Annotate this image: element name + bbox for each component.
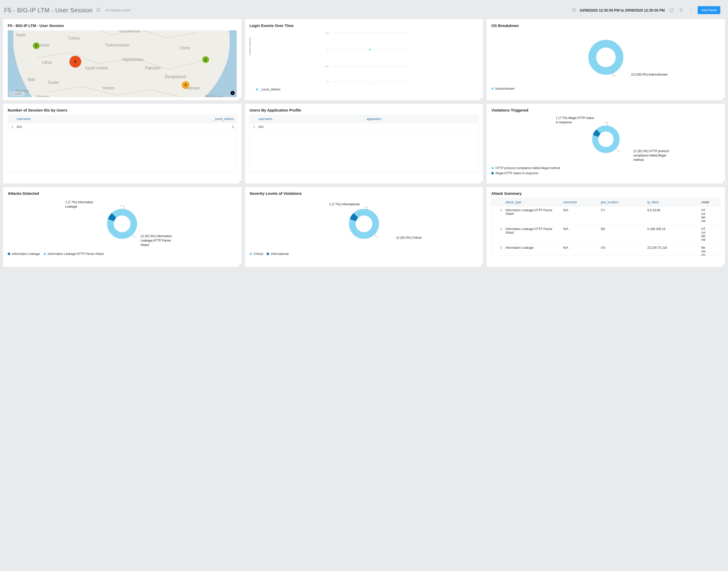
svg-text:Sudan: Sudan: [48, 80, 60, 85]
legend-item[interactable]: Informational: [267, 252, 288, 256]
filter-icon[interactable]: [678, 7, 684, 13]
legend-item[interactable]: Information Leakage: [8, 252, 40, 256]
svg-text:0.5: 0.5: [325, 65, 328, 68]
svg-point-2: [691, 10, 691, 10]
svg-text:Nigeria: Nigeria: [36, 95, 49, 97]
resize-handle[interactable]: [722, 98, 724, 100]
legend-item[interactable]: Illegal HTTP status in response: [491, 172, 720, 175]
col-count[interactable]: _count_distinct: [108, 115, 236, 123]
y-axis-label: _count_distinct: [249, 37, 251, 56]
resize-handle[interactable]: [239, 181, 241, 183]
marker-count: 1: [205, 58, 206, 62]
col-application[interactable]: application: [364, 115, 479, 123]
legend-dot-icon: [8, 253, 10, 255]
panel-severity: Severity Levels of Violations 1 (7.7%) I…: [245, 187, 483, 267]
col-username[interactable]: username: [256, 115, 364, 123]
more-icon[interactable]: [688, 7, 694, 13]
svg-text:Turkey: Turkey: [68, 36, 80, 40]
panel-users-by-app: Users By Application Profile username ap…: [245, 104, 483, 184]
panel-sessions-by-user: Number of Session IDs by Users username …: [3, 104, 241, 184]
svg-text:Turkmenistan: Turkmenistan: [105, 43, 129, 47]
slice-label-big: 12 (92.3%) HTTP protocol compliance fail…: [633, 149, 672, 162]
topbar-right: 24/08/2020 12:30:00 PM to 29/08/2020 12:…: [572, 6, 720, 14]
resize-handle[interactable]: [481, 181, 483, 183]
dashboard-grid: F5 - BIG-IP LTM - User Session: [2, 19, 726, 268]
table-row[interactable]: 1 N/A 1: [8, 123, 236, 131]
legend-item[interactable]: Information Leakage,HTTP Parser Attack: [43, 252, 104, 256]
svg-point-1: [691, 9, 691, 9]
svg-point-3: [691, 11, 691, 12]
legend-item[interactable]: bots/unknown: [491, 87, 514, 91]
svg-text:Spain: Spain: [16, 33, 26, 37]
legend-dot-icon: [491, 172, 494, 175]
table-row[interactable]: 3Information LeakageN/ACN222.89.70.216Il…: [492, 244, 720, 256]
map-marker[interactable]: 8: [70, 56, 81, 68]
resize-handle[interactable]: [239, 264, 241, 266]
table-row[interactable]: 1 N/A: [250, 123, 479, 131]
panel-attack-summary: Attack Summary attack_type username geo_…: [487, 187, 725, 267]
time-range[interactable]: 24/08/2020 12:30:00 PM to 29/08/2020 12:…: [580, 8, 665, 12]
attribution-text: mapbox: [14, 92, 23, 95]
legend-label: Informational: [271, 252, 288, 256]
svg-text:Libya: Libya: [42, 60, 52, 65]
resize-handle[interactable]: [481, 98, 483, 100]
map-marker[interactable]: 1: [33, 42, 39, 49]
legend-dot-icon: [249, 253, 252, 255]
col-ip[interactable]: ip_client: [645, 198, 699, 206]
cell-user: N/A: [561, 225, 598, 244]
slice-label-small: 1 (7.7%) Illegal HTTP status in response: [556, 116, 594, 125]
legend-dot-icon: [267, 253, 269, 255]
legend-label: Illegal HTTP status in response: [495, 172, 538, 175]
panel-attacks-detected: Attacks Detected 1 (7.7%) Information Le…: [3, 187, 241, 267]
add-panel-button[interactable]: Add Panel: [698, 6, 720, 14]
cell-username: N/A: [256, 123, 364, 131]
col-violation[interactable]: violati: [699, 198, 720, 206]
panel-violations: Violations Triggered 1 (7.7%) Illegal HT…: [487, 104, 725, 184]
cell-geo: CY: [598, 206, 645, 225]
cell-ip: 5.188.206.18: [645, 225, 699, 244]
svg-text:Kazakhstan: Kazakhstan: [119, 30, 140, 33]
resize-handle[interactable]: [722, 181, 724, 183]
legend-item[interactable]: HTTP protocol compliance failed,Illegal …: [491, 166, 720, 170]
info-icon[interactable]: i: [231, 91, 235, 95]
col-geo[interactable]: geo_location: [598, 198, 645, 206]
table-row[interactable]: 1Information Leakage,​HTTP Parser Attack…: [492, 206, 720, 225]
resize-handle[interactable]: [481, 264, 483, 266]
cell-user: N/A: [561, 244, 598, 256]
svg-text:Saudi Arabia: Saudi Arabia: [85, 66, 108, 70]
resize-handle[interactable]: [239, 98, 241, 100]
resize-handle[interactable]: [722, 264, 724, 266]
svg-text:Philippine: Philippine: [205, 95, 223, 97]
svg-text:Yemen: Yemen: [102, 86, 114, 90]
table-row[interactable]: 2Information Leakage,​HTTP Parser Attack…: [492, 225, 720, 244]
cell-application: [364, 123, 479, 131]
cell-geo: BG: [598, 225, 645, 244]
svg-text:Mali: Mali: [28, 77, 35, 82]
col-username[interactable]: username: [14, 115, 108, 123]
map-marker[interactable]: 3: [182, 81, 190, 89]
panel-title: Severity Levels of Violations: [249, 191, 479, 196]
col-attack-type[interactable]: attack_type: [503, 198, 561, 206]
slice-label-small: 1 (7.7%) Information Leakage: [65, 200, 104, 209]
panel-os-breakdown: OS Breakdown 13 (100.0%) bots/unknown bo…: [487, 19, 725, 100]
saved-status: All changes saved: [105, 8, 130, 12]
cell-ip: 222.89.70.216: [645, 244, 699, 256]
map[interactable]: Norway Denmark Poland Spain Tunisia Liby…: [8, 30, 237, 97]
panel-title: F5 - BIG-IP LTM - User Session: [8, 23, 237, 28]
cell-attack: Information Leakage,​HTTP Parser Attack: [503, 206, 561, 225]
map-attribution: mapbox: [9, 92, 25, 96]
cell-violation: HT cor fail me: [699, 206, 720, 225]
svg-point-38: [12, 93, 12, 94]
sessions-table: username _count_distinct 1 N/A 1: [8, 115, 236, 131]
legend-item[interactable]: Critical: [249, 252, 263, 256]
users-app-table: username application 1 N/A: [250, 115, 479, 131]
share-icon[interactable]: [96, 8, 100, 13]
col-username[interactable]: username: [561, 198, 598, 206]
panel-title: Users By Application Profile: [249, 108, 479, 112]
cell-attack: Information Leakage,​HTTP Parser Attack: [503, 225, 561, 244]
legend-item[interactable]: _count_distinct: [256, 88, 281, 91]
legend-dot-icon: [491, 167, 494, 169]
refresh-icon[interactable]: [668, 7, 674, 13]
svg-text:Afghanistan: Afghanistan: [122, 57, 143, 62]
slice-label-small: 1 (7.7%) Informational: [329, 202, 359, 207]
